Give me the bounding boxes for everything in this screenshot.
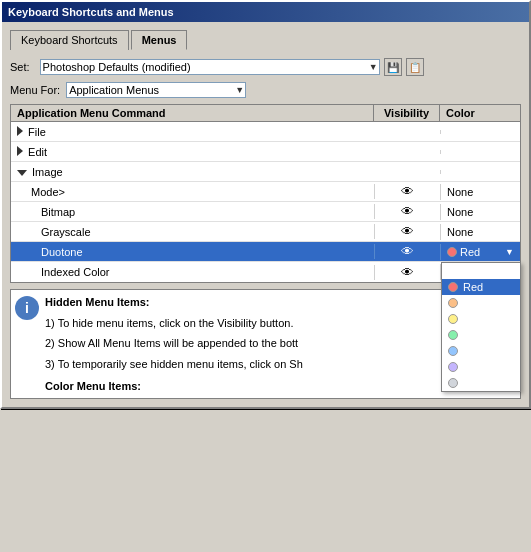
color-indicator xyxy=(447,247,457,257)
window-title: Keyboard Shortcuts and Menus xyxy=(8,6,174,18)
color-option-blue[interactable]: Blue xyxy=(442,343,520,359)
row-grayscale-label: Grayscale xyxy=(11,224,374,240)
color-option-red[interactable]: Red xyxy=(442,279,520,295)
tab-menus[interactable]: Menus xyxy=(131,30,188,50)
menu-for-select-wrapper: Application Menus ▼ xyxy=(66,82,246,98)
set-row: Set: Photoshop Defaults (modified) ▼ 💾 📋 xyxy=(10,58,521,76)
collapse-icon xyxy=(17,146,23,156)
table-row: Edit xyxy=(11,142,520,162)
table-row: Mode> 👁 None xyxy=(11,182,520,202)
info-text: Hidden Menu Items: 1) To hide menu items… xyxy=(45,294,303,399)
yellow-dot xyxy=(448,314,458,324)
row-mode-color: None xyxy=(440,184,520,200)
col-header-command: Application Menu Command xyxy=(11,105,374,121)
color-option-none[interactable]: None xyxy=(442,263,520,279)
set-select[interactable]: Photoshop Defaults (modified) xyxy=(40,59,380,75)
color-option-gray[interactable]: Gray xyxy=(442,375,520,391)
title-bar: Keyboard Shortcuts and Menus xyxy=(2,2,529,22)
eye-icon: 👁 xyxy=(401,184,414,199)
row-image-label[interactable]: Image xyxy=(11,164,374,180)
table-row-duotone: Duotone 👁 Red ▼ None xyxy=(11,242,520,262)
color-title: Color Menu Items: xyxy=(45,380,141,392)
gray-dot xyxy=(448,378,458,388)
row-mode-label: Mode> xyxy=(11,184,374,200)
row-file-label[interactable]: File xyxy=(11,124,374,140)
info-hidden-3: 3) To temporarily see hidden menu items,… xyxy=(45,356,303,373)
row-edit-label[interactable]: Edit xyxy=(11,144,374,160)
row-grayscale-color: None xyxy=(440,224,520,240)
save-set-button[interactable]: 💾 xyxy=(384,58,402,76)
color-option-orange[interactable]: Orange xyxy=(442,295,520,311)
violet-dot xyxy=(448,362,458,372)
menu-for-select[interactable]: Application Menus xyxy=(66,82,246,98)
row-file-color xyxy=(440,130,520,134)
row-indexed-visibility[interactable]: 👁 xyxy=(374,265,440,280)
hidden-title: Hidden Menu Items: xyxy=(45,296,150,308)
row-mode-visibility[interactable]: 👁 xyxy=(374,184,440,199)
orange-dot xyxy=(448,298,458,308)
col-header-color: Color xyxy=(440,105,520,121)
menu-for-row: Menu For: Application Menus ▼ xyxy=(10,82,521,98)
color-option-green[interactable]: Green xyxy=(442,327,520,343)
info-icon: i xyxy=(15,296,39,320)
red-dot xyxy=(448,282,458,292)
table-row: Bitmap 👁 None xyxy=(11,202,520,222)
row-duotone-color[interactable]: Red ▼ None Red O xyxy=(440,244,520,260)
eye-icon: 👁 xyxy=(401,265,414,280)
blue-dot xyxy=(448,346,458,356)
tab-keyboard-shortcuts[interactable]: Keyboard Shortcuts xyxy=(10,30,129,50)
color-dropdown: None Red Orange Yellow xyxy=(441,262,521,392)
menu-for-label: Menu For: xyxy=(10,84,60,96)
collapse-icon xyxy=(17,126,23,136)
color-option-yellow[interactable]: Yellow xyxy=(442,311,520,327)
color-option-violet[interactable]: Violet xyxy=(442,359,520,375)
row-duotone-visibility[interactable]: 👁 xyxy=(374,244,440,259)
row-indexed-label: Indexed Color xyxy=(11,264,374,280)
tab-bar: Keyboard Shortcuts Menus xyxy=(10,30,521,50)
row-bitmap-visibility[interactable]: 👁 xyxy=(374,204,440,219)
row-duotone-label: Duotone xyxy=(11,244,374,260)
col-header-visibility: Visibility xyxy=(374,105,440,121)
row-grayscale-visibility[interactable]: 👁 xyxy=(374,224,440,239)
green-dot xyxy=(448,330,458,340)
row-bitmap-label: Bitmap xyxy=(11,204,374,220)
info-hidden-1: 1) To hide menu items, click on the Visi… xyxy=(45,315,303,332)
set-select-wrapper: Photoshop Defaults (modified) ▼ xyxy=(40,59,380,75)
table-row: Image xyxy=(11,162,520,182)
table-row: Grayscale 👁 None xyxy=(11,222,520,242)
table-header: Application Menu Command Visibility Colo… xyxy=(11,105,520,122)
eye-icon: 👁 xyxy=(401,224,414,239)
color-dropdown-arrow[interactable]: ▼ xyxy=(505,247,514,257)
set-label: Set: xyxy=(10,61,30,73)
row-edit-color xyxy=(440,150,520,154)
expand-icon xyxy=(17,170,27,176)
info-color-1: 1) To add color to a menu item, click in… xyxy=(45,399,303,400)
eye-icon: 👁 xyxy=(401,244,414,259)
dialog-content: Keyboard Shortcuts Menus Set: Photoshop … xyxy=(2,22,529,407)
save-set-as-button[interactable]: 📋 xyxy=(406,58,424,76)
table-row: File xyxy=(11,122,520,142)
keyboard-shortcuts-menus-dialog: Keyboard Shortcuts and Menus Keyboard Sh… xyxy=(0,0,531,409)
info-hidden-2: 2) Show All Menu Items will be appended … xyxy=(45,335,303,352)
menu-commands-table: Application Menu Command Visibility Colo… xyxy=(10,104,521,283)
eye-icon: 👁 xyxy=(401,204,414,219)
row-bitmap-color: None xyxy=(440,204,520,220)
row-image-color xyxy=(440,170,520,174)
